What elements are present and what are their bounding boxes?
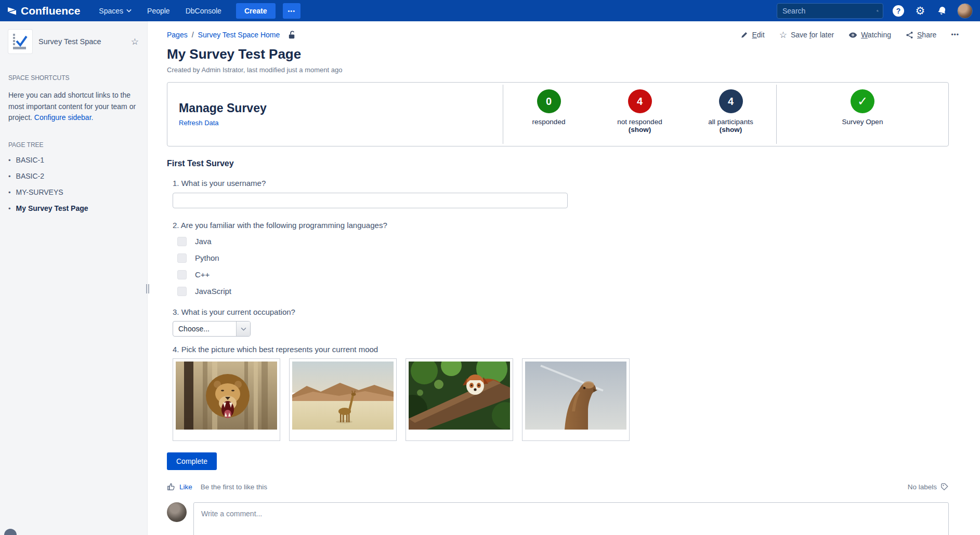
confluence-logo-icon [7, 6, 17, 16]
search-box[interactable] [777, 3, 883, 19]
question-2-label: 2. Are you familiar with the following p… [173, 221, 949, 230]
show-all-participants-link[interactable]: (show) [687, 126, 775, 133]
question-4-label: 4. Pick the picture which best represent… [173, 345, 949, 354]
help-icon[interactable]: ? [892, 4, 905, 18]
space-shortcuts-heading: SPACE SHORTCUTS [8, 74, 139, 82]
username-input[interactable] [173, 193, 568, 208]
mood-image-roaring-lion[interactable] [173, 358, 280, 441]
user-avatar[interactable] [957, 3, 973, 19]
byline: Created by Admin Istrator, last modified… [167, 66, 949, 74]
breadcrumb-pages-link[interactable]: Pages [167, 31, 188, 39]
search-icon [877, 7, 879, 15]
space-shortcuts-text: Here you can add shortcut links to the m… [8, 90, 139, 124]
chevron-down-icon [126, 9, 132, 12]
sidebar-resize-grip[interactable] [146, 284, 150, 293]
cpp-checkbox[interactable] [177, 270, 187, 279]
configure-sidebar-link[interactable]: Configure sidebar. [34, 113, 94, 122]
nav-people[interactable]: People [141, 3, 176, 19]
not-responded-count-badge: 4 [628, 89, 652, 113]
select-chevron-icon [236, 322, 250, 336]
breadcrumb-space-home-link[interactable]: Survey Test Space Home [198, 31, 280, 39]
manage-survey-panel: Manage Survey Refresh Data 0 responded 4… [167, 82, 949, 146]
breadcrumb: Pages / Survey Test Space Home [167, 30, 297, 40]
page-more-button[interactable]: ••• [951, 31, 959, 38]
stat-not-responded: 4 not responded (show) [596, 89, 684, 146]
social-bar: Like Be the first to like this No labels [167, 483, 949, 491]
brand-wordmark: Confluence [21, 5, 80, 17]
share-button[interactable]: Share [906, 31, 936, 39]
pencil-icon [740, 31, 748, 39]
watching-button[interactable]: Watching [848, 31, 891, 39]
sidebar-item-my-surveys[interactable]: MY-SURVEYS [8, 188, 139, 196]
mood-image-camel[interactable] [522, 358, 630, 441]
create-button[interactable]: Create [236, 3, 276, 19]
checkbox-row-python: Python [177, 253, 949, 263]
confluence-logo[interactable]: Confluence [7, 5, 80, 17]
mood-image-giraffe[interactable] [289, 358, 397, 441]
survey-status: ✓ Survey Open [777, 83, 948, 146]
mood-image-red-panda[interactable] [406, 358, 513, 441]
app-header: Confluence Spaces People DbConsole Creat… [0, 0, 980, 21]
unrestricted-lock-icon[interactable] [287, 30, 297, 40]
mood-picture-options [173, 358, 949, 441]
all-participants-count-badge: 4 [719, 89, 743, 113]
stat-all-participants: 4 all participants (show) [687, 89, 775, 146]
javascript-checkbox[interactable] [177, 287, 187, 296]
comment-input[interactable]: Write a comment... [193, 502, 949, 535]
like-hint: Be the first to like this [201, 483, 267, 491]
page-actions: Edit Save for later Watching [740, 30, 959, 40]
responded-count-badge: 0 [537, 89, 561, 113]
sidebar-item-basic-2[interactable]: BASIC-2 [8, 172, 139, 180]
share-icon [906, 31, 913, 39]
space-name[interactable]: Survey Test Space [38, 37, 101, 46]
question-1-label: 1. What is your username? [173, 179, 949, 188]
survey-form: First Test Survey 1. What is your userna… [167, 159, 949, 470]
search-input[interactable] [782, 7, 877, 15]
page-tree-heading: PAGE TREE [8, 141, 139, 149]
checkbox-row-java: Java [177, 236, 949, 246]
nav-spaces[interactable]: Spaces [93, 3, 138, 19]
favorite-star-icon[interactable] [131, 36, 139, 47]
labels-text: No labels [908, 483, 937, 491]
star-icon [779, 30, 787, 40]
survey-open-check-icon: ✓ [851, 89, 874, 113]
page-content: Pages / Survey Test Space Home Edit [148, 21, 980, 535]
label-tag-icon[interactable] [940, 483, 949, 491]
page-title: My Survey Test Page [167, 46, 949, 62]
sidebar-item-current-page[interactable]: My Survey Test Page [8, 204, 139, 212]
nav-more-button[interactable]: ••• [283, 3, 301, 19]
edit-button[interactable]: Edit [740, 31, 764, 39]
survey-status-label: Survey Open [777, 118, 948, 126]
space-sidebar: Survey Test Space SPACE SHORTCUTS Here y… [0, 21, 148, 535]
space-logo[interactable] [8, 30, 32, 54]
checkbox-row-cpp: C++ [177, 270, 949, 279]
nav-dbconsole[interactable]: DbConsole [179, 3, 228, 19]
sidebar-item-basic-1[interactable]: BASIC-1 [8, 156, 139, 164]
settings-gear-icon[interactable] [913, 4, 927, 18]
stat-responded: 0 responded [505, 89, 593, 146]
thumbs-up-icon [167, 483, 175, 491]
notifications-bell-icon[interactable] [935, 4, 949, 18]
commenter-avatar [167, 502, 187, 522]
occupation-select[interactable]: Choose... [173, 321, 251, 337]
complete-button[interactable]: Complete [167, 452, 217, 470]
java-checkbox[interactable] [177, 237, 187, 246]
page-tree: PAGE TREE BASIC-1 BASIC-2 MY-SURVEYS My … [8, 141, 139, 212]
manage-survey-title: Manage Survey [179, 101, 503, 115]
survey-title: First Test Survey [167, 159, 949, 168]
like-button[interactable]: Like [167, 483, 192, 491]
comment-section: Write a comment... [167, 502, 949, 535]
checkbox-row-javascript: JavaScript [177, 286, 949, 296]
question-3-label: 3. What is your current occupation? [173, 307, 949, 316]
eye-icon [848, 32, 857, 38]
show-not-responded-link[interactable]: (show) [596, 126, 684, 133]
python-checkbox[interactable] [177, 253, 187, 263]
refresh-data-link[interactable]: Refresh Data [179, 119, 219, 127]
save-for-later-button[interactable]: Save for later [779, 30, 834, 40]
